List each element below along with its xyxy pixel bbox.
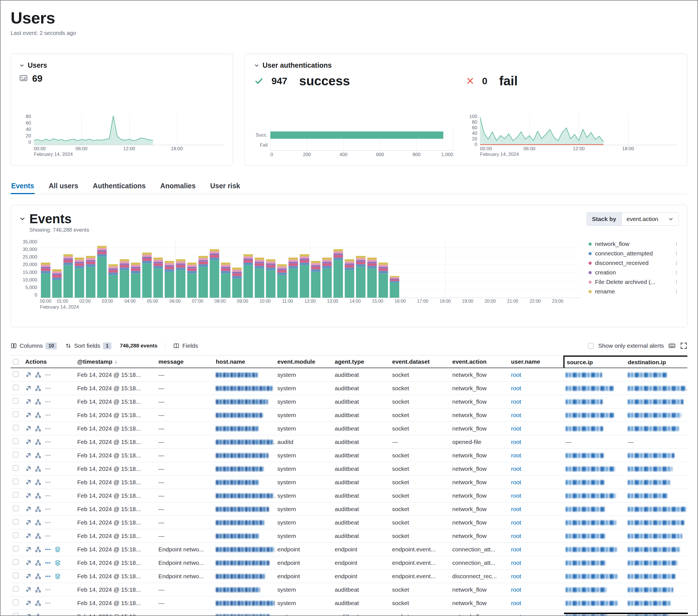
analyze-event-icon[interactable] [35,493,41,499]
analyze-event-icon[interactable] [35,372,41,378]
analyze-event-icon[interactable] [35,587,41,593]
expand-event-icon[interactable] [25,399,31,405]
more-actions-icon[interactable] [45,399,51,405]
expand-event-icon[interactable] [25,600,31,606]
user-name-link[interactable]: root [511,546,521,553]
external-alerts-checkbox[interactable] [588,343,594,348]
user-name-link[interactable]: root [511,506,521,512]
more-actions-icon[interactable] [45,600,51,606]
user-name-link[interactable]: root [511,613,521,616]
tab-authentications[interactable]: Authentications [92,180,146,194]
expand-event-icon[interactable] [25,614,31,616]
column-header-event-dataset[interactable]: event.dataset [390,356,450,368]
analyze-event-icon[interactable] [35,426,41,432]
column-header-agent-type[interactable]: agent.type [333,356,390,368]
analyze-event-icon[interactable] [35,600,41,606]
user-name-link[interactable]: root [511,519,521,526]
tab-anomalies[interactable]: Anomalies [160,180,196,194]
analyze-event-icon[interactable] [35,546,41,553]
user-name-link[interactable]: root [511,452,521,459]
expand-event-icon[interactable] [25,519,31,526]
expand-event-icon[interactable] [25,506,31,512]
legend-options-icon[interactable] [674,270,679,275]
more-actions-icon[interactable] [45,452,51,459]
analyze-event-icon[interactable] [35,452,41,459]
row-checkbox[interactable] [13,492,18,498]
more-actions-icon[interactable] [45,493,51,499]
sort-fields-button[interactable]: Sort fields 1 [65,342,111,349]
expand-event-icon[interactable] [25,412,31,418]
analyze-event-icon[interactable] [35,614,41,616]
row-checkbox[interactable] [13,505,18,511]
column-header--timestamp[interactable]: @timestamp ↓ [75,356,156,368]
expand-event-icon[interactable] [25,452,31,459]
analyze-event-icon[interactable] [35,479,41,485]
user-name-link[interactable]: root [511,573,521,579]
analyze-event-icon[interactable] [35,439,41,445]
more-actions-icon[interactable] [45,587,51,593]
expand-event-icon[interactable] [25,587,31,593]
expand-event-icon[interactable] [25,560,31,566]
analyze-event-icon[interactable] [35,519,41,526]
analyze-event-icon[interactable] [35,533,41,539]
select-all-checkbox[interactable] [13,359,18,364]
row-checkbox[interactable] [13,425,18,431]
user-name-link[interactable]: root [511,600,521,606]
columns-button[interactable]: Columns 10 [11,342,57,349]
row-checkbox[interactable] [13,452,18,457]
more-actions-blue-icon[interactable] [45,546,51,553]
more-actions-icon[interactable] [45,466,51,472]
user-name-link[interactable]: root [511,559,521,566]
column-header-user-name[interactable]: user.name [509,356,563,368]
more-actions-blue-icon[interactable] [45,560,51,566]
column-header-Actions[interactable]: Actions [23,356,75,368]
row-checkbox[interactable] [13,412,18,417]
expand-event-icon[interactable] [25,426,31,432]
legend-options-icon[interactable] [674,251,679,256]
column-header-host-name[interactable]: host.name [213,356,275,368]
user-name-link[interactable]: root [511,439,521,445]
collapse-chevron-icon[interactable] [19,63,24,68]
row-checkbox[interactable] [13,586,18,592]
user-name-link[interactable]: root [511,372,521,378]
analyze-event-icon[interactable] [35,385,41,391]
collapse-chevron-icon[interactable] [19,216,26,222]
column-header-message[interactable]: message [156,356,213,368]
row-checkbox[interactable] [13,519,18,525]
column-header-event-module[interactable]: event.module [275,356,333,368]
analyze-event-icon[interactable] [35,560,41,566]
expand-event-icon[interactable] [25,546,31,553]
expand-event-icon[interactable] [25,439,31,445]
expand-event-icon[interactable] [25,479,31,485]
row-checkbox[interactable] [13,438,18,444]
expand-event-icon[interactable] [25,466,31,472]
row-checkbox[interactable] [13,479,18,484]
user-name-link[interactable]: root [511,398,521,405]
tab-all-users[interactable]: All users [48,180,79,194]
expand-event-icon[interactable] [25,493,31,499]
row-checkbox[interactable] [13,385,18,390]
user-name-link[interactable]: root [511,425,521,432]
row-checkbox[interactable] [13,371,18,377]
osquery-layers-icon[interactable] [55,546,61,553]
more-actions-icon[interactable] [45,479,51,485]
user-name-link[interactable]: root [511,492,521,499]
row-checkbox[interactable] [13,600,18,605]
user-name-link[interactable]: root [511,385,521,391]
more-actions-blue-icon[interactable] [45,573,51,579]
column-header-event-action[interactable]: event.action [450,356,509,368]
tab-events[interactable]: Events [11,180,35,194]
user-name-link[interactable]: root [511,465,521,472]
more-actions-icon[interactable] [45,614,51,616]
row-checkbox[interactable] [13,613,18,616]
collapse-chevron-icon[interactable] [254,63,259,68]
row-checkbox[interactable] [13,559,18,565]
legend-options-icon[interactable] [674,289,679,294]
row-checkbox[interactable] [13,398,18,404]
row-checkbox[interactable] [13,465,18,471]
more-actions-icon[interactable] [45,385,51,391]
more-actions-icon[interactable] [45,426,51,432]
column-header-destination-ip[interactable]: destination.ip [626,356,687,368]
fullscreen-icon[interactable] [680,342,687,349]
osquery-layers-icon[interactable] [55,573,61,579]
